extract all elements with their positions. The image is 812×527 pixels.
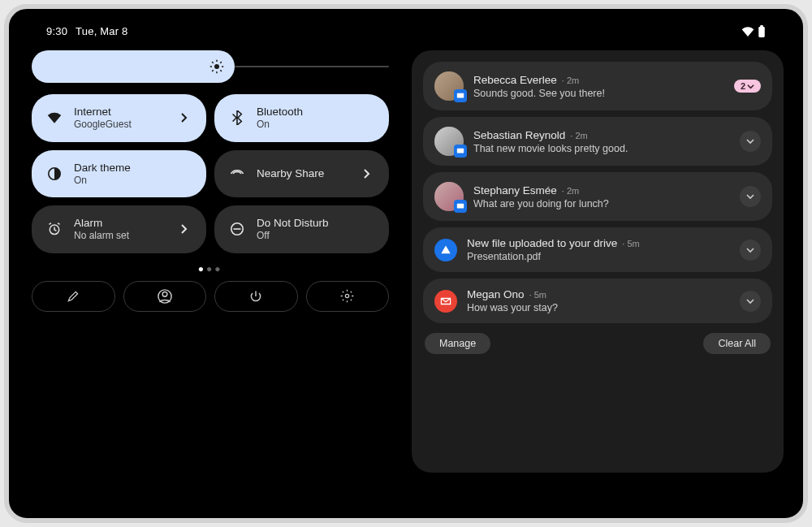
user-button[interactable] bbox=[123, 281, 207, 312]
tile-nearby-share[interactable]: Nearby Share bbox=[214, 150, 389, 198]
svg-line-8 bbox=[220, 70, 222, 71]
device-frame: 9:30 Tue, Mar 8 bbox=[4, 4, 808, 523]
notification-item[interactable]: Rebecca Everlee· 2m Sounds good. See you… bbox=[423, 62, 772, 110]
dark-theme-icon bbox=[46, 166, 63, 182]
tile-title: Internet bbox=[74, 106, 166, 119]
quick-settings-panel: Internet GoogleGuest Bluetooth On bbox=[32, 50, 389, 473]
chevron-right-icon bbox=[177, 113, 192, 123]
tile-title: Dark theme bbox=[74, 162, 192, 175]
tile-title: Do Not Disturb bbox=[257, 217, 374, 230]
tile-bluetooth[interactable]: Bluetooth On bbox=[214, 94, 389, 142]
svg-line-10 bbox=[220, 62, 222, 63]
notification-message: What are you doing for lunch? bbox=[473, 198, 730, 210]
notification-sender: Sebastian Reynold bbox=[473, 129, 565, 141]
notification-message: That new movie looks pretty good. bbox=[473, 143, 730, 154]
svg-line-7 bbox=[212, 62, 214, 63]
notification-message: Presentation.pdf bbox=[467, 251, 730, 262]
expand-button[interactable] bbox=[740, 131, 761, 152]
avatar bbox=[434, 71, 464, 101]
clear-all-button[interactable]: Clear All bbox=[703, 333, 771, 354]
wifi-icon bbox=[46, 110, 63, 126]
tile-subtitle: Off bbox=[257, 230, 374, 241]
power-button[interactable] bbox=[214, 281, 298, 312]
gmail-app-icon bbox=[434, 290, 457, 313]
svg-rect-18 bbox=[457, 93, 464, 98]
tile-do-not-disturb[interactable]: Do Not Disturb Off bbox=[214, 205, 389, 253]
tile-title: Bluetooth bbox=[257, 106, 374, 119]
edit-button[interactable] bbox=[32, 281, 115, 312]
notification-sender: Rebecca Everlee bbox=[473, 74, 557, 86]
status-date: Tue, Mar 8 bbox=[76, 25, 127, 37]
notification-sender: Megan Ono bbox=[467, 288, 525, 300]
svg-rect-0 bbox=[758, 27, 765, 37]
chevron-right-icon bbox=[177, 224, 192, 234]
notification-panel: Rebecca Everlee· 2m Sounds good. See you… bbox=[412, 50, 784, 473]
tile-dark-theme[interactable]: Dark theme On bbox=[32, 150, 206, 198]
tile-title: Alarm bbox=[74, 217, 166, 230]
tile-title: Nearby Share bbox=[257, 167, 348, 180]
svg-point-15 bbox=[162, 292, 167, 296]
status-time: 9:30 bbox=[46, 25, 67, 37]
alarm-icon bbox=[46, 221, 63, 237]
notification-count-badge[interactable]: 2 bbox=[734, 80, 761, 93]
notification-message: Sounds good. See you there! bbox=[473, 88, 724, 99]
tile-internet[interactable]: Internet GoogleGuest bbox=[32, 94, 206, 142]
tile-subtitle: GoogleGuest bbox=[74, 119, 166, 130]
svg-point-17 bbox=[346, 295, 349, 298]
messages-app-badge-icon bbox=[454, 89, 467, 102]
expand-button[interactable] bbox=[740, 291, 761, 312]
settings-button[interactable] bbox=[306, 281, 390, 312]
notification-sender: Stephany Esmée bbox=[473, 184, 557, 197]
notification-message: How was your stay? bbox=[467, 302, 730, 313]
notification-time: 2m bbox=[567, 186, 579, 196]
svg-line-9 bbox=[212, 70, 214, 71]
svg-rect-20 bbox=[457, 204, 464, 209]
tile-grid: Internet GoogleGuest Bluetooth On bbox=[32, 94, 389, 253]
wifi-status-icon bbox=[741, 27, 754, 37]
notification-time: 2m bbox=[567, 76, 579, 85]
notification-item[interactable]: New file uploaded to your drive· 5m Pres… bbox=[423, 227, 772, 272]
avatar bbox=[434, 127, 464, 156]
nearby-share-icon bbox=[229, 166, 245, 182]
notification-item[interactable]: Stephany Esmée· 2m What are you doing fo… bbox=[423, 172, 772, 221]
battery-status-icon bbox=[758, 25, 766, 37]
drive-app-icon bbox=[434, 239, 457, 261]
brightness-track[interactable] bbox=[235, 66, 389, 67]
svg-point-2 bbox=[214, 64, 219, 69]
tile-subtitle: No alarm set bbox=[74, 230, 166, 241]
dnd-icon bbox=[229, 221, 245, 237]
expand-button[interactable] bbox=[740, 186, 761, 207]
tile-subtitle: On bbox=[257, 119, 374, 130]
brightness-slider[interactable] bbox=[32, 50, 235, 83]
notification-time: 2m bbox=[575, 131, 587, 140]
status-bar: 9:30 Tue, Mar 8 bbox=[28, 20, 784, 47]
notification-time: 5m bbox=[534, 290, 546, 300]
expand-button[interactable] bbox=[740, 240, 761, 261]
messages-app-badge-icon bbox=[454, 145, 467, 158]
avatar bbox=[434, 182, 464, 211]
svg-rect-1 bbox=[760, 25, 763, 27]
brightness-icon bbox=[209, 58, 225, 75]
manage-button[interactable]: Manage bbox=[425, 333, 490, 354]
chevron-right-icon bbox=[360, 169, 374, 179]
tile-alarm[interactable]: Alarm No alarm set bbox=[32, 205, 206, 253]
page-indicator: ●●● bbox=[32, 263, 389, 274]
bluetooth-icon bbox=[229, 110, 245, 126]
notification-title: New file uploaded to your drive bbox=[467, 237, 617, 249]
notification-item[interactable]: Megan Ono· 5m How was your stay? bbox=[423, 279, 772, 323]
svg-rect-19 bbox=[457, 149, 464, 153]
notification-item[interactable]: Sebastian Reynold· 2m That new movie loo… bbox=[423, 117, 772, 166]
notification-time: 5m bbox=[627, 239, 639, 248]
messages-app-badge-icon bbox=[454, 200, 467, 213]
tile-subtitle: On bbox=[74, 175, 192, 186]
